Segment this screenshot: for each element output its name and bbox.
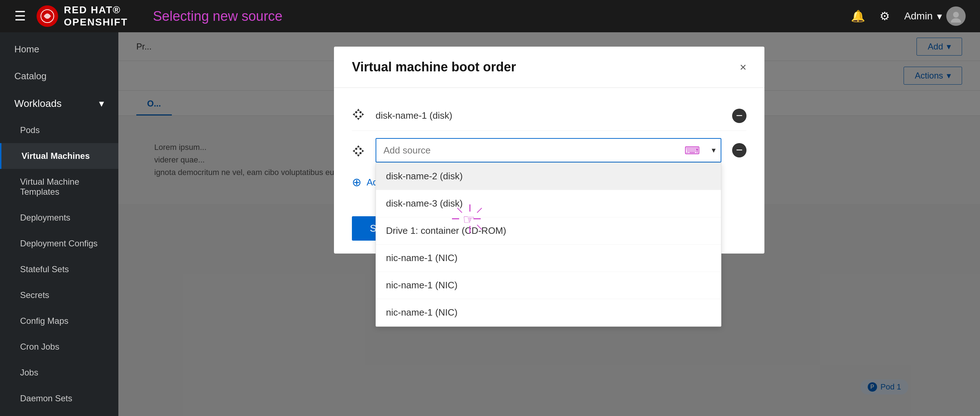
- settings-icon[interactable]: ⚙: [880, 10, 890, 23]
- page-title: Selecting new source: [153, 9, 840, 24]
- dropdown-option-2[interactable]: disk-name-3 (disk): [376, 190, 721, 218]
- plus-icon: ⊕: [352, 175, 361, 189]
- svg-marker-15: [357, 145, 360, 148]
- sidebar-item-catalog[interactable]: Catalog: [0, 63, 118, 90]
- svg-point-11: [355, 148, 357, 150]
- dropdown-option-5[interactable]: nic-name-1 (NIC): [376, 272, 721, 299]
- dropdown-chevron-icon: ▾: [712, 146, 716, 155]
- boot-item-1-label: disk-name-1 (disk): [375, 110, 721, 121]
- sidebar-item-jobs[interactable]: Jobs: [0, 360, 118, 386]
- drag-handle-icon-2[interactable]: [352, 144, 365, 160]
- svg-marker-17: [353, 149, 355, 152]
- notification-icon[interactable]: 🔔: [851, 10, 865, 23]
- svg-marker-7: [357, 109, 360, 111]
- sidebar: Home Catalog Workloads ▾ Pods Virtual Ma…: [0, 32, 118, 416]
- sidebar-item-workloads[interactable]: Workloads ▾: [0, 90, 118, 117]
- dropdown-option-4[interactable]: nic-name-1 (NIC): [376, 245, 721, 272]
- svg-marker-9: [353, 113, 355, 116]
- svg-point-4: [360, 111, 361, 113]
- logo-text: RED HAT® OPENSHIFT: [64, 4, 128, 28]
- sidebar-item-deployments[interactable]: Deployments: [0, 205, 118, 230]
- boot-order-item-1: disk-name-1 (disk) −: [352, 101, 746, 131]
- sidebar-workloads-label: Workloads: [14, 98, 62, 110]
- sidebar-item-pods[interactable]: Pods: [0, 117, 118, 143]
- source-input[interactable]: [375, 138, 721, 162]
- hamburger-menu[interactable]: ☰: [14, 9, 26, 24]
- dropdown-option-3[interactable]: Drive 1: container (CD-ROM): [376, 218, 721, 245]
- modal-boot-order: Virtual machine boot order ×: [334, 47, 764, 254]
- svg-point-6: [360, 116, 361, 117]
- dropdown-option-6[interactable]: nic-name-1 (NIC): [376, 299, 721, 326]
- topbar-logo: RED HAT® OPENSHIFT: [37, 4, 128, 28]
- svg-point-12: [360, 148, 361, 150]
- sidebar-item-stateful-sets[interactable]: Stateful Sets: [0, 256, 118, 282]
- main-layout: Home Catalog Workloads ▾ Pods Virtual Ma…: [0, 32, 980, 416]
- svg-point-2: [951, 18, 961, 22]
- topbar: ☰ RED HAT® OPENSHIFT Selecting new sourc…: [0, 0, 980, 32]
- modal-header: Virtual machine boot order ×: [334, 47, 764, 88]
- keyboard-icon: ⌨: [684, 144, 700, 157]
- sidebar-item-home[interactable]: Home: [0, 36, 118, 63]
- avatar: [946, 6, 966, 26]
- user-caret-icon: ▾: [937, 10, 942, 22]
- modal-close-button[interactable]: ×: [740, 60, 746, 74]
- svg-point-14: [360, 152, 361, 154]
- svg-point-5: [355, 116, 357, 117]
- svg-marker-18: [362, 149, 364, 152]
- sidebar-item-config-maps[interactable]: Config Maps: [0, 308, 118, 334]
- sidebar-item-daemon-sets[interactable]: Daemon Sets: [0, 386, 118, 411]
- topbar-icons: 🔔 ⚙ Admin ▾: [851, 6, 966, 26]
- logo-icon: [37, 5, 58, 27]
- sidebar-item-cron-jobs[interactable]: Cron Jobs: [0, 334, 118, 360]
- remove-source-button[interactable]: −: [732, 143, 746, 157]
- svg-marker-8: [357, 118, 360, 120]
- svg-point-1: [953, 12, 959, 17]
- sidebar-item-virtual-machines[interactable]: Virtual Machines: [0, 143, 118, 169]
- svg-point-13: [355, 152, 357, 154]
- svg-point-3: [355, 111, 357, 113]
- content-area: Pr... Add ▾ Actions ▾ O... Lorem ipsum..…: [118, 32, 980, 416]
- user-label: Admin: [904, 10, 933, 22]
- svg-marker-16: [357, 154, 360, 157]
- sidebar-item-virtual-machine-templates[interactable]: Virtual Machine Templates: [0, 169, 118, 205]
- sidebar-item-secrets[interactable]: Secrets: [0, 282, 118, 308]
- source-input-wrap: ⌨ ▾ disk-name-2 (disk) disk-name-3 (disk…: [375, 138, 721, 162]
- sidebar-item-deployment-configs[interactable]: Deployment Configs: [0, 230, 118, 256]
- source-input-row: ⌨ ▾ disk-name-2 (disk) disk-name-3 (disk…: [352, 131, 746, 170]
- svg-marker-10: [362, 113, 364, 116]
- user-menu[interactable]: Admin ▾: [904, 6, 966, 26]
- chevron-down-icon: ▾: [99, 98, 104, 110]
- source-dropdown-list: disk-name-2 (disk) disk-name-3 (disk) Dr…: [375, 162, 721, 327]
- modal-title: Virtual machine boot order: [352, 60, 516, 75]
- remove-boot-item-1-button[interactable]: −: [732, 109, 746, 123]
- modal-overlay: Virtual machine boot order ×: [118, 32, 980, 416]
- dropdown-option-1[interactable]: disk-name-2 (disk): [376, 163, 721, 190]
- modal-body: disk-name-1 (disk) −: [334, 88, 764, 208]
- drag-handle-icon[interactable]: [352, 108, 365, 123]
